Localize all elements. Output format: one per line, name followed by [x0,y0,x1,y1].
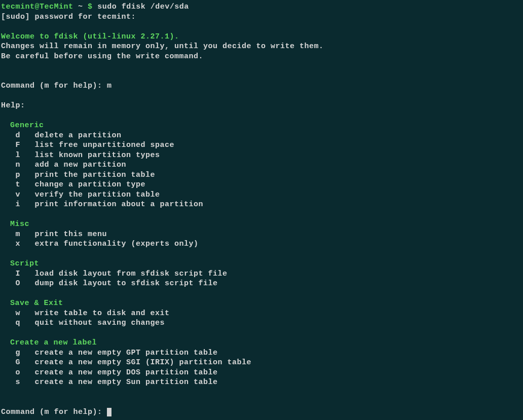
help-item: l list known partition types [1,151,160,160]
help-item: n add a new partition [1,161,126,169]
section-save: Save & Exit [1,299,63,308]
command-prompt-2[interactable]: Command (m for help): [1,408,111,416]
help-item: d delete a partition [1,131,122,140]
help-item: x extra functionality (experts only) [1,240,199,248]
help-item: I load disk layout from sfdisk script fi… [1,270,228,278]
help-item: t change a partition type [1,180,145,189]
help-item: G create a new empty SGI (IRIX) partitio… [1,358,251,367]
section-generic: Generic [1,121,44,130]
help-item: w write table to disk and exit [1,309,170,318]
sudo-password-line: [sudo] password for tecmint: [1,13,136,21]
warn-line-2: Be careful before using the write comman… [1,52,203,61]
help-item: v verify the partition table [1,190,160,199]
help-item: O dump disk layout to sfdisk script file [1,279,218,288]
help-item: i print information about a partition [1,200,203,209]
terminal-output[interactable]: tecmint@TecMint ~ $ sudo fdisk /dev/sda … [1,2,522,417]
user-input: m [107,82,112,90]
section-misc: Misc [1,220,29,228]
prompt-symbol: $ [88,3,93,11]
section-label: Create a new label [1,338,97,347]
typed-command: sudo fdisk /dev/sda [97,3,189,11]
prompt-at: @ [35,3,40,11]
help-item: q quit without saving changes [1,319,165,327]
command-prompt: Command (m for help): m [1,82,112,90]
prompt-host: TecMint [40,3,73,11]
prompt-path: ~ [78,3,83,11]
help-item: F list free unpartitioned space [1,141,174,149]
help-item: o create a new empty DOS partition table [1,368,218,377]
section-script: Script [1,259,39,268]
warn-line-1: Changes will remain in memory only, unti… [1,42,324,51]
prompt-user: tecmint [1,3,35,11]
cursor [107,408,111,416]
help-header: Help: [1,101,25,110]
help-item: s create a new empty Sun partition table [1,378,218,387]
help-item: m print this menu [1,230,107,239]
welcome-line: Welcome to fdisk (util-linux 2.27.1). [1,32,179,41]
help-item: p print the partition table [1,171,155,179]
help-item: g create a new empty GPT partition table [1,349,218,357]
prompt-line: tecmint@TecMint ~ $ sudo fdisk /dev/sda [1,3,189,11]
